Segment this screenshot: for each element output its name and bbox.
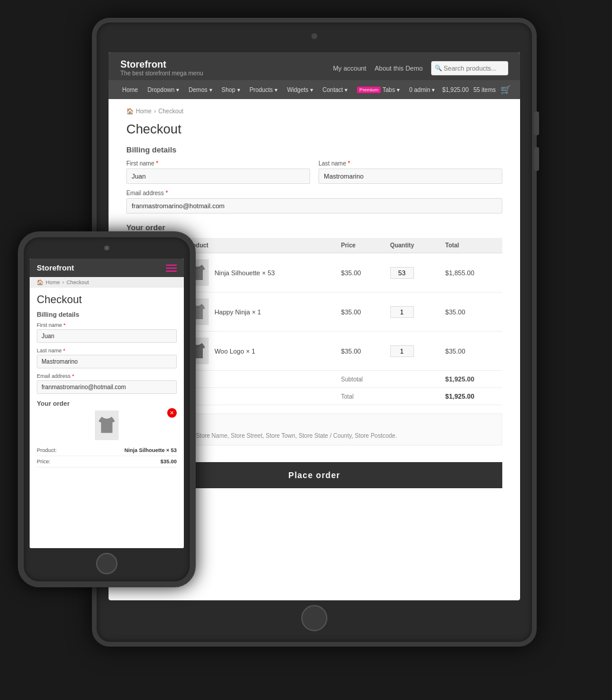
phone-breadcrumb-sep: › <box>62 279 64 285</box>
nav-dropdown[interactable]: Dropdown ▾ <box>144 80 183 99</box>
cart-icon: 🛒 <box>501 85 511 94</box>
cart-total: $1,925.00 <box>442 87 469 93</box>
phone-last-name-group: Last name * <box>37 348 177 368</box>
premium-badge: Premium <box>357 87 381 93</box>
last-name-input[interactable] <box>318 168 502 184</box>
phone-remove-btn[interactable]: ✕ <box>167 408 177 418</box>
nav-cart[interactable]: $1,925.00 55 items 🛒 <box>442 85 511 94</box>
billing-title: Billing details <box>126 145 502 154</box>
product-cell-2: Happy Ninja × 1 <box>186 298 329 325</box>
site-logo-tagline: The best storefront mega menu <box>120 70 203 77</box>
subtotal-value: $1,925.00 <box>439 371 502 388</box>
phone-product-img <box>95 411 119 440</box>
tablet-home-button[interactable] <box>301 605 327 631</box>
phone-breadcrumb-icon: 🏠 <box>37 279 43 285</box>
site-logo-title: Storefront <box>120 59 203 70</box>
product-name-3: Woo Logo × 1 <box>215 348 256 355</box>
nav-admin[interactable]: 0 admin ▾ <box>405 80 439 99</box>
qty-input-3[interactable] <box>390 345 414 357</box>
hamburger-line-2 <box>166 268 177 269</box>
site-nav: Home Dropdown ▾ Demos ▾ Shop ▾ Products … <box>109 80 520 99</box>
phone-product-row: Product: Ninja Silhouette × 53 <box>37 445 177 456</box>
search-input[interactable] <box>431 61 508 75</box>
email-input[interactable] <box>126 198 502 214</box>
phone-home-button[interactable] <box>96 553 117 574</box>
phone-required-3: * <box>71 373 74 379</box>
phone-email-label: Email address * <box>37 373 177 379</box>
my-account-link[interactable]: My account <box>333 65 366 72</box>
phone-email-input[interactable] <box>37 380 177 394</box>
phone-first-name-group: First name * <box>37 322 177 343</box>
phone-camera <box>104 246 109 250</box>
phone-screen: Storefront 🏠 Home › Checkout Checkout Bi… <box>30 259 184 548</box>
phone-first-name-input[interactable] <box>37 329 177 343</box>
phone-price-label: Price: <box>37 459 50 464</box>
nav-widgets[interactable]: Widgets ▾ <box>283 80 317 99</box>
site-logo: Storefront The best storefront mega menu <box>120 59 203 77</box>
product-price-3: $35.00 <box>335 332 384 371</box>
subtotal-label: Subtotal <box>335 371 439 388</box>
phone-header: Storefront <box>30 259 184 277</box>
required-mark-2: * <box>346 160 350 167</box>
cart-items: 55 items <box>473 87 496 93</box>
phone-product-value: Ninja Silhouette × 53 <box>125 447 177 453</box>
product-total-1: $1,855.00 <box>439 253 502 292</box>
qty-input-1[interactable] <box>390 267 414 279</box>
name-row: First name * Last name * <box>126 160 502 184</box>
site-header-top: Storefront The best storefront mega menu… <box>109 52 520 80</box>
product-cell-1: Ninja Silhouette × 53 <box>186 259 329 286</box>
nav-home[interactable]: Home <box>118 80 142 99</box>
nav-demos[interactable]: Demos ▾ <box>184 80 216 99</box>
phone-billing-title: Billing details <box>37 311 177 318</box>
breadcrumb-sep: › <box>154 108 156 114</box>
phone-breadcrumb-home[interactable]: Home <box>46 279 60 285</box>
phone-last-name-label: Last name * <box>37 348 177 354</box>
product-price-1: $35.00 <box>335 253 384 292</box>
nav-tabs[interactable]: PremiumTabs ▾ <box>353 80 404 99</box>
product-total-2: $35.00 <box>439 292 502 332</box>
hamburger-line-1 <box>166 265 177 266</box>
phone-required-2: * <box>62 348 65 354</box>
phone-required-1: * <box>62 322 66 328</box>
product-price-2: $35.00 <box>335 292 384 332</box>
col-product: Product <box>180 238 335 253</box>
nav-contact[interactable]: Contact ▾ <box>318 80 352 99</box>
breadcrumb-home[interactable]: Home <box>136 108 152 114</box>
nav-products[interactable]: Products ▾ <box>246 80 282 99</box>
tablet-side-buttons <box>534 112 539 171</box>
hamburger-line-3 <box>166 271 177 272</box>
first-name-input[interactable] <box>126 168 310 184</box>
phone-price-row: Price: $35.00 <box>37 456 177 467</box>
phone-price-value: $35.00 <box>160 459 177 464</box>
first-name-label: First name * <box>126 160 310 167</box>
email-label: Email address * <box>126 190 502 196</box>
your-order-title: Your order <box>126 223 502 232</box>
col-price: Price <box>335 238 384 253</box>
product-cell-3: Woo Logo × 1 <box>186 338 329 364</box>
phone-first-name-label: First name * <box>37 322 177 328</box>
phone-your-order-title: Your order <box>37 400 177 407</box>
phone-last-name-input[interactable] <box>37 355 177 368</box>
phone-frame: Storefront 🏠 Home › Checkout Checkout Bi… <box>18 231 196 587</box>
breadcrumb-current: Checkout <box>158 108 183 114</box>
tablet-camera <box>311 33 317 39</box>
hamburger-menu[interactable] <box>166 265 177 272</box>
phone-product-label: Product: <box>37 447 57 453</box>
last-name-group: Last name * <box>318 160 502 184</box>
email-group: Email address * <box>126 190 502 214</box>
search-wrap <box>431 61 508 75</box>
col-total: Total <box>439 238 502 253</box>
phone-page-title: Checkout <box>37 294 177 306</box>
phone-email-group: Email address * <box>37 373 177 394</box>
qty-input-2[interactable] <box>390 306 414 318</box>
nav-shop[interactable]: Shop ▾ <box>218 80 244 99</box>
required-mark: * <box>154 160 158 167</box>
breadcrumb-home-icon: 🏠 <box>126 108 133 114</box>
about-demo-link[interactable]: About this Demo <box>375 65 423 72</box>
required-mark-3: * <box>164 190 168 196</box>
product-name-1: Ninja Silhouette × 53 <box>215 269 275 276</box>
phone-content: Checkout Billing details First name * La… <box>30 288 184 544</box>
phone-logo: Storefront <box>37 263 74 272</box>
phone-order-product: ✕ <box>37 411 177 440</box>
page-title: Checkout <box>126 122 502 137</box>
